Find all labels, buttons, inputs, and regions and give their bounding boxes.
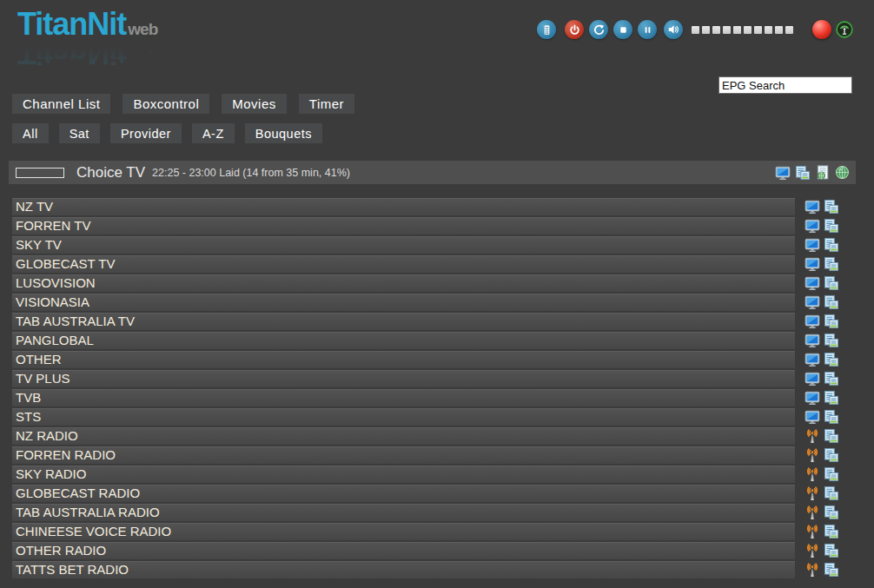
tv-screen-icon[interactable] (804, 256, 820, 272)
channel-row-bar[interactable]: NZ RADIO (12, 427, 795, 445)
globe-icon[interactable] (835, 165, 850, 180)
channel-name: TAB AUSTRALIA TV (12, 313, 795, 330)
tv-screen-icon[interactable] (804, 294, 820, 310)
volume-segment[interactable] (775, 26, 783, 34)
channel-name: FORREN RADIO (12, 446, 795, 464)
radio-icon[interactable] (804, 428, 820, 444)
epg-icon[interactable] (824, 275, 839, 291)
volume-segment[interactable] (744, 26, 752, 34)
channel-row: FORREN TV (12, 217, 874, 235)
radio-icon[interactable] (804, 466, 820, 482)
tv-screen-icon[interactable] (804, 352, 820, 367)
epg-icon[interactable] (824, 237, 839, 253)
tv-screen-icon[interactable] (804, 333, 820, 348)
epg-icon[interactable] (824, 390, 839, 406)
volume-segment[interactable] (723, 26, 731, 34)
epg-icon[interactable] (824, 524, 839, 539)
filter-button-a-z[interactable]: A-Z (192, 123, 235, 143)
channel-row-bar[interactable]: SKY RADIO (12, 466, 795, 483)
volume-segment[interactable] (785, 26, 793, 34)
epg-search-input[interactable] (718, 76, 852, 94)
channel-row-bar[interactable]: TAB AUSTRALIA TV (12, 313, 795, 330)
webtv-icon[interactable] (815, 165, 831, 181)
epg-icon[interactable] (824, 352, 839, 367)
channel-row-bar[interactable]: GLOBECAST TV (12, 255, 795, 273)
filter-button-all[interactable]: All (12, 123, 49, 143)
epg-icon[interactable] (824, 447, 839, 463)
tv-screen-icon[interactable] (804, 314, 820, 329)
record-icon[interactable] (812, 20, 831, 39)
channel-row-bar[interactable]: OTHER (12, 351, 795, 368)
restart-icon[interactable] (589, 20, 608, 39)
tv-screen-icon[interactable] (804, 275, 820, 291)
channel-row-bar[interactable]: CHINEESE VOICE RADIO (12, 523, 795, 540)
tv-screen-icon[interactable] (804, 237, 820, 253)
tv-screen-icon[interactable] (804, 409, 820, 425)
tv-screen-icon[interactable] (804, 371, 820, 386)
epg-icon[interactable] (824, 256, 839, 272)
radio-icon[interactable] (804, 486, 820, 501)
epg-icon[interactable] (795, 165, 811, 181)
volume-level-bar[interactable] (689, 26, 793, 34)
volume-segment[interactable] (754, 26, 762, 34)
nav-tab-channel-list[interactable]: Channel List (12, 94, 110, 114)
pause-icon[interactable] (638, 20, 657, 39)
channel-row-bar[interactable]: OTHER RADIO (12, 542, 795, 559)
tv-screen-icon[interactable] (804, 390, 820, 406)
epg-icon[interactable] (824, 199, 839, 215)
epg-icon[interactable] (824, 294, 839, 310)
volume-icon[interactable] (664, 20, 683, 39)
radio-icon[interactable] (804, 505, 820, 520)
channel-row-bar[interactable]: NZ TV (12, 198, 795, 215)
channel-row-bar[interactable]: GLOBECAST RADIO (12, 485, 795, 502)
volume-segment[interactable] (733, 26, 741, 34)
channel-row-bar[interactable]: TATTS BET RADIO (12, 561, 795, 578)
epg-icon[interactable] (824, 218, 839, 234)
channel-row-bar[interactable]: TAB AUSTRALIA RADIO (12, 504, 795, 521)
radio-icon[interactable] (804, 543, 820, 558)
channel-row: TAB AUSTRALIA TV (12, 313, 874, 330)
power-icon[interactable] (565, 20, 584, 39)
stream-icon[interactable] (836, 21, 853, 38)
epg-icon[interactable] (824, 371, 839, 386)
epg-icon[interactable] (824, 314, 839, 329)
filter-button-sat[interactable]: Sat (59, 123, 100, 143)
filter-button-provider[interactable]: Provider (110, 123, 182, 143)
epg-icon[interactable] (824, 428, 839, 444)
volume-segment[interactable] (765, 26, 772, 34)
epg-icon[interactable] (824, 562, 839, 578)
channel-row-bar[interactable]: VISIONASIA (12, 294, 795, 311)
epg-icon[interactable] (824, 409, 839, 425)
channel-row-bar[interactable]: STS (12, 408, 795, 426)
volume-segment[interactable] (712, 26, 720, 34)
epg-icon[interactable] (824, 486, 839, 501)
nav-tab-boxcontrol[interactable]: Boxcontrol (122, 94, 209, 114)
volume-segment[interactable] (702, 26, 710, 34)
channel-row-bar[interactable]: TVB (12, 389, 795, 406)
channel-row: NZ RADIO (12, 427, 874, 445)
epg-icon[interactable] (824, 333, 839, 348)
channel-row-bar[interactable]: SKY TV (12, 236, 795, 254)
channel-row-bar[interactable]: LUSOVISION (12, 274, 795, 292)
filter-button-bouquets[interactable]: Bouquets (245, 123, 322, 143)
channel-row-bar[interactable]: FORREN TV (12, 217, 795, 235)
nav-tab-movies[interactable]: Movies (222, 94, 287, 114)
tv-screen-icon[interactable] (775, 165, 791, 181)
remote-icon[interactable] (537, 20, 556, 39)
tv-screen-icon[interactable] (804, 218, 820, 234)
epg-icon[interactable] (824, 505, 839, 520)
radio-icon[interactable] (804, 524, 820, 539)
radio-icon[interactable] (804, 562, 820, 578)
channel-row-bar[interactable]: TV PLUS (12, 370, 795, 387)
channel-row-bar[interactable]: PANGLOBAL (12, 332, 795, 349)
tv-screen-icon[interactable] (804, 199, 820, 215)
channel-name: TAB AUSTRALIA RADIO (12, 504, 795, 521)
radio-icon[interactable] (804, 447, 820, 463)
stop-icon[interactable] (613, 20, 632, 39)
channel-row-bar[interactable]: FORREN RADIO (12, 446, 795, 464)
epg-icon[interactable] (824, 543, 839, 558)
volume-segment[interactable] (692, 26, 699, 34)
channel-name: TV PLUS (12, 370, 795, 387)
epg-icon[interactable] (824, 466, 839, 482)
nav-tab-timer[interactable]: Timer (299, 94, 354, 114)
